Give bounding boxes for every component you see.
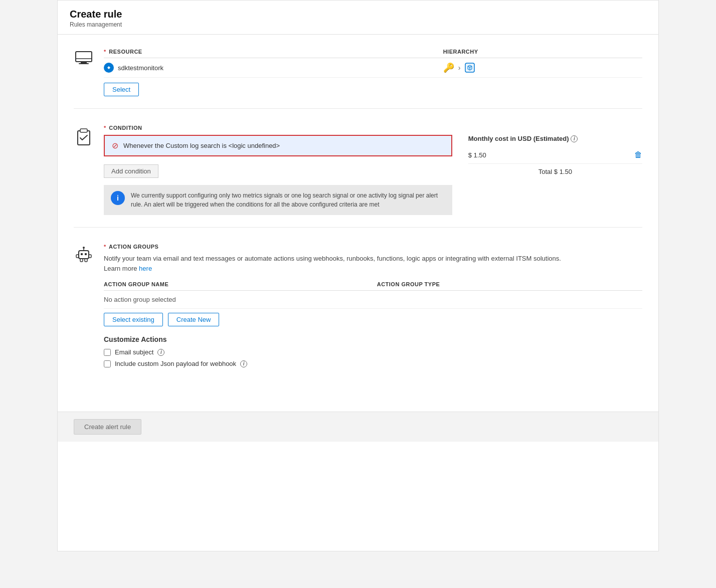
no-action-group-text: No action group selected — [104, 291, 642, 309]
here-link[interactable]: here — [139, 265, 152, 272]
no-action-group-row: No action group selected — [104, 291, 642, 309]
resource-name-text: sdktestmonitork — [118, 64, 163, 72]
robot-icon — [74, 245, 94, 265]
condition-left: ⊘ Whenever the Custom log search is <log… — [104, 135, 452, 215]
cost-amount: $ 1.50 — [468, 151, 486, 159]
action-group-buttons: Select existing Create New — [104, 313, 642, 326]
resource-icon — [74, 47, 104, 96]
json-payload-label[interactable]: Include custom Json payload for webhook — [115, 360, 236, 367]
condition-section-body: * CONDITION ⊘ Whenever the Custom log se… — [104, 125, 642, 215]
resource-section-body: * RESOURCE HIERARCHY — [104, 47, 642, 96]
delete-condition-icon[interactable]: 🗑 — [634, 150, 642, 159]
email-subject-checkbox[interactable] — [104, 349, 111, 356]
clipboard-check-icon — [74, 126, 94, 146]
svg-rect-13 — [76, 255, 79, 258]
svg-rect-0 — [76, 52, 92, 62]
cost-row: $ 1.50 🗑 — [468, 146, 642, 164]
action-groups-icon — [74, 244, 104, 371]
page-header: Create rule Rules management — [58, 1, 658, 35]
json-payload-checkbox[interactable] — [104, 360, 111, 367]
email-subject-label[interactable]: Email subject — [115, 348, 153, 356]
cube-icon — [464, 62, 475, 73]
svg-rect-9 — [81, 253, 83, 255]
resource-type-icon — [104, 63, 114, 73]
required-star: * — [104, 49, 106, 55]
svg-rect-7 — [80, 129, 87, 132]
select-existing-button[interactable]: Select existing — [104, 313, 163, 326]
svg-rect-8 — [79, 251, 89, 259]
svg-point-12 — [83, 247, 85, 249]
action-groups-body: * ACTION GROUPS Notify your team via ema… — [104, 244, 642, 371]
info-box-text: We currently support configuring only tw… — [131, 191, 445, 209]
create-alert-rule-button[interactable]: Create alert rule — [74, 419, 141, 435]
json-payload-info-icon[interactable]: i — [240, 360, 247, 367]
hierarchy-col-header: HIERARCHY — [443, 47, 642, 58]
cost-info-icon[interactable]: i — [571, 135, 578, 142]
select-resource-button[interactable]: Select — [104, 83, 139, 96]
resource-table: * RESOURCE HIERARCHY — [104, 47, 642, 78]
cost-header: Monthly cost in USD (Estimated) i — [468, 135, 642, 142]
action-group-type-header: ACTION GROUP TYPE — [377, 279, 642, 291]
action-groups-description: Notify your team via email and text mess… — [104, 254, 642, 273]
hierarchy-cell: 🔑 › — [443, 58, 642, 78]
svg-rect-14 — [89, 255, 91, 258]
condition-text: Whenever the Custom log search is <logic… — [123, 142, 280, 149]
condition-right: Monthly cost in USD (Estimated) i $ 1.50… — [468, 135, 642, 179]
json-payload-row: Include custom Json payload for webhook … — [104, 360, 642, 367]
breadcrumb: Rules management — [70, 21, 646, 28]
resource-section: * RESOURCE HIERARCHY — [74, 47, 642, 109]
total-row: Total $ 1.50 — [468, 164, 642, 179]
condition-label: * CONDITION — [104, 125, 642, 131]
condition-section: * CONDITION ⊘ Whenever the Custom log se… — [74, 125, 642, 228]
add-condition-button[interactable]: Add condition — [104, 164, 158, 178]
resource-row: sdktestmonitork 🔑 › — [104, 58, 642, 78]
key-icon: 🔑 — [443, 62, 454, 73]
svg-rect-10 — [85, 253, 87, 255]
email-subject-row: Email subject i — [104, 348, 642, 356]
svg-rect-1 — [81, 62, 87, 63]
action-group-name-header: ACTION GROUP NAME — [104, 279, 377, 291]
page-title: Create rule — [70, 9, 646, 20]
monitor-icon — [74, 48, 94, 68]
info-circle-icon: i — [111, 191, 125, 205]
email-subject-info-icon[interactable]: i — [157, 349, 164, 356]
condition-row[interactable]: ⊘ Whenever the Custom log search is <log… — [104, 135, 452, 156]
error-circle-icon: ⊘ — [112, 141, 118, 150]
condition-icon — [74, 125, 104, 215]
action-groups-section: * ACTION GROUPS Notify your team via ema… — [74, 244, 642, 383]
page-footer: Create alert rule — [58, 412, 658, 442]
customize-title: Customize Actions — [104, 335, 642, 343]
action-groups-label: * ACTION GROUPS — [104, 244, 642, 250]
svg-rect-2 — [79, 63, 89, 64]
resource-col-header: * RESOURCE — [104, 47, 443, 58]
chevron-icon: › — [458, 64, 461, 72]
info-box: i We currently support configuring only … — [104, 185, 452, 215]
action-groups-table: ACTION GROUP NAME ACTION GROUP TYPE No a… — [104, 279, 642, 309]
resource-name-cell: sdktestmonitork — [104, 58, 443, 78]
create-new-button[interactable]: Create New — [168, 313, 220, 326]
